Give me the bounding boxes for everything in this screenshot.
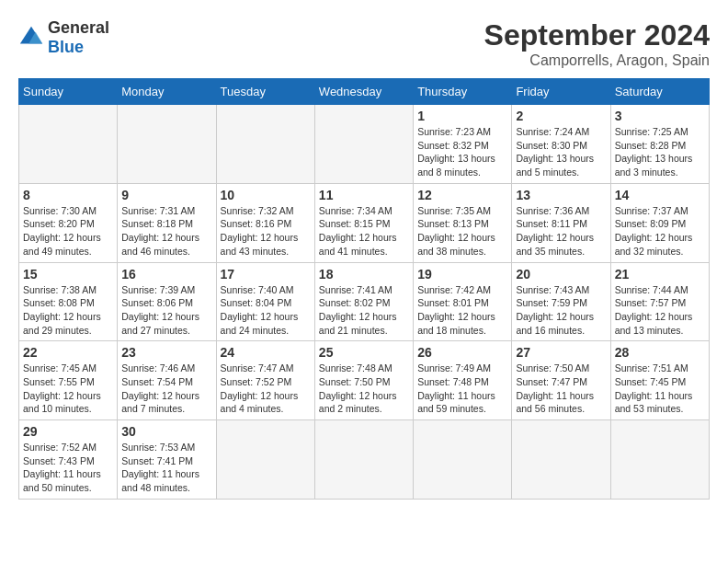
day-number: 11 <box>319 188 409 202</box>
calendar-cell <box>216 420 314 500</box>
calendar-cell: 29 Sunrise: 7:52 AMSunset: 7:43 PMDaylig… <box>19 420 118 500</box>
day-info: Sunrise: 7:48 AMSunset: 7:50 PMDaylight:… <box>319 362 397 414</box>
day-info: Sunrise: 7:50 AMSunset: 7:47 PMDaylight:… <box>516 362 594 414</box>
day-info: Sunrise: 7:30 AMSunset: 8:20 PMDaylight:… <box>23 205 101 257</box>
day-info: Sunrise: 7:25 AMSunset: 8:28 PMDaylight:… <box>615 126 693 178</box>
day-info: Sunrise: 7:52 AMSunset: 7:43 PMDaylight:… <box>23 442 101 493</box>
day-number: 16 <box>121 267 211 282</box>
day-number: 28 <box>615 345 705 360</box>
calendar-day-header: Sunday <box>19 79 118 105</box>
day-info: Sunrise: 7:49 AMSunset: 7:48 PMDaylight:… <box>417 362 495 414</box>
calendar-cell: 15 Sunrise: 7:38 AMSunset: 8:08 PMDaylig… <box>19 262 118 341</box>
location-subtitle: Camporrells, Aragon, Spain <box>484 52 710 69</box>
calendar-cell: 24 Sunrise: 7:47 AMSunset: 7:52 PMDaylig… <box>216 341 314 420</box>
day-number: 26 <box>417 345 507 360</box>
day-info: Sunrise: 7:53 AMSunset: 7:41 PMDaylight:… <box>121 442 199 493</box>
day-info: Sunrise: 7:39 AMSunset: 8:06 PMDaylight:… <box>121 284 199 336</box>
calendar-cell: 9 Sunrise: 7:31 AMSunset: 8:18 PMDayligh… <box>118 183 216 262</box>
calendar-cell <box>414 420 512 500</box>
calendar-cell: 10 Sunrise: 7:32 AMSunset: 8:16 PMDaylig… <box>216 183 314 262</box>
day-number: 17 <box>221 267 311 282</box>
day-number: 29 <box>23 424 113 439</box>
day-info: Sunrise: 7:46 AMSunset: 7:54 PMDaylight:… <box>121 362 199 414</box>
day-info: Sunrise: 7:23 AMSunset: 8:32 PMDaylight:… <box>417 126 495 178</box>
calendar-header-row: SundayMondayTuesdayWednesdayThursdayFrid… <box>19 79 710 105</box>
day-info: Sunrise: 7:40 AMSunset: 8:04 PMDaylight:… <box>221 284 299 336</box>
calendar-cell <box>314 420 413 500</box>
calendar-cell: 19 Sunrise: 7:42 AMSunset: 8:01 PMDaylig… <box>414 262 512 341</box>
calendar-day-header: Tuesday <box>216 79 314 105</box>
day-info: Sunrise: 7:41 AMSunset: 8:02 PMDaylight:… <box>319 284 397 336</box>
day-number: 20 <box>516 267 606 282</box>
calendar-cell <box>512 420 610 500</box>
day-number: 24 <box>221 345 311 360</box>
calendar-cell: 13 Sunrise: 7:36 AMSunset: 8:11 PMDaylig… <box>512 183 610 262</box>
day-info: Sunrise: 7:34 AMSunset: 8:15 PMDaylight:… <box>319 205 397 257</box>
calendar-cell: 1 Sunrise: 7:23 AMSunset: 8:32 PMDayligh… <box>414 105 512 184</box>
day-number: 9 <box>121 188 211 202</box>
day-number: 25 <box>319 345 409 360</box>
calendar-cell: 26 Sunrise: 7:49 AMSunset: 7:48 PMDaylig… <box>414 341 512 420</box>
calendar-cell <box>118 105 216 184</box>
calendar-week-row: 1 Sunrise: 7:23 AMSunset: 8:32 PMDayligh… <box>19 105 710 184</box>
day-number: 2 <box>516 109 606 123</box>
day-number: 13 <box>516 188 606 202</box>
calendar-week-row: 22 Sunrise: 7:45 AMSunset: 7:55 PMDaylig… <box>19 341 710 420</box>
day-info: Sunrise: 7:47 AMSunset: 7:52 PMDaylight:… <box>221 362 299 414</box>
day-info: Sunrise: 7:37 AMSunset: 8:09 PMDaylight:… <box>615 205 693 257</box>
calendar-cell <box>216 105 314 184</box>
calendar-day-header: Friday <box>512 79 610 105</box>
calendar-week-row: 15 Sunrise: 7:38 AMSunset: 8:08 PMDaylig… <box>19 262 710 341</box>
day-number: 3 <box>615 109 705 123</box>
day-number: 21 <box>615 267 705 282</box>
calendar-cell: 18 Sunrise: 7:41 AMSunset: 8:02 PMDaylig… <box>314 262 413 341</box>
logo-text-blue: Blue <box>48 38 84 56</box>
calendar-cell: 11 Sunrise: 7:34 AMSunset: 8:15 PMDaylig… <box>314 183 413 262</box>
calendar-cell: 22 Sunrise: 7:45 AMSunset: 7:55 PMDaylig… <box>19 341 118 420</box>
logo: General Blue <box>18 18 109 57</box>
calendar-cell: 21 Sunrise: 7:44 AMSunset: 7:57 PMDaylig… <box>610 262 709 341</box>
day-number: 22 <box>23 345 113 360</box>
day-number: 15 <box>23 267 113 282</box>
day-info: Sunrise: 7:42 AMSunset: 8:01 PMDaylight:… <box>417 284 495 336</box>
day-info: Sunrise: 7:31 AMSunset: 8:18 PMDaylight:… <box>121 205 199 257</box>
calendar-day-header: Monday <box>118 79 216 105</box>
calendar-cell: 3 Sunrise: 7:25 AMSunset: 8:28 PMDayligh… <box>610 105 709 184</box>
day-number: 8 <box>23 188 113 202</box>
calendar-cell <box>610 420 709 500</box>
logo-icon <box>18 25 44 51</box>
day-info: Sunrise: 7:45 AMSunset: 7:55 PMDaylight:… <box>23 362 101 414</box>
day-number: 19 <box>417 267 507 282</box>
calendar-cell: 30 Sunrise: 7:53 AMSunset: 7:41 PMDaylig… <box>118 420 216 500</box>
calendar-cell: 27 Sunrise: 7:50 AMSunset: 7:47 PMDaylig… <box>512 341 610 420</box>
calendar-cell: 20 Sunrise: 7:43 AMSunset: 7:59 PMDaylig… <box>512 262 610 341</box>
month-year-title: September 2024 <box>484 18 710 52</box>
day-info: Sunrise: 7:44 AMSunset: 7:57 PMDaylight:… <box>615 284 693 336</box>
calendar-cell: 23 Sunrise: 7:46 AMSunset: 7:54 PMDaylig… <box>118 341 216 420</box>
day-number: 10 <box>221 188 311 202</box>
calendar-cell: 17 Sunrise: 7:40 AMSunset: 8:04 PMDaylig… <box>216 262 314 341</box>
calendar-day-header: Saturday <box>610 79 709 105</box>
calendar-cell: 14 Sunrise: 7:37 AMSunset: 8:09 PMDaylig… <box>610 183 709 262</box>
calendar-day-header: Thursday <box>414 79 512 105</box>
page-header: General Blue September 2024 Camporrells,… <box>18 18 710 69</box>
calendar-cell: 25 Sunrise: 7:48 AMSunset: 7:50 PMDaylig… <box>314 341 413 420</box>
day-number: 23 <box>121 345 211 360</box>
day-info: Sunrise: 7:32 AMSunset: 8:16 PMDaylight:… <box>221 205 299 257</box>
title-area: September 2024 Camporrells, Aragon, Spai… <box>484 18 710 69</box>
calendar-week-row: 8 Sunrise: 7:30 AMSunset: 8:20 PMDayligh… <box>19 183 710 262</box>
calendar-cell: 12 Sunrise: 7:35 AMSunset: 8:13 PMDaylig… <box>414 183 512 262</box>
day-number: 27 <box>516 345 606 360</box>
logo-text-general: General <box>48 18 109 37</box>
calendar-day-header: Wednesday <box>314 79 413 105</box>
day-info: Sunrise: 7:35 AMSunset: 8:13 PMDaylight:… <box>417 205 495 257</box>
calendar-table: SundayMondayTuesdayWednesdayThursdayFrid… <box>18 78 710 500</box>
day-number: 12 <box>417 188 507 202</box>
calendar-cell: 8 Sunrise: 7:30 AMSunset: 8:20 PMDayligh… <box>19 183 118 262</box>
day-info: Sunrise: 7:36 AMSunset: 8:11 PMDaylight:… <box>516 205 594 257</box>
day-info: Sunrise: 7:38 AMSunset: 8:08 PMDaylight:… <box>23 284 101 336</box>
day-number: 30 <box>121 424 211 439</box>
day-number: 1 <box>417 109 507 123</box>
calendar-cell <box>314 105 413 184</box>
day-info: Sunrise: 7:51 AMSunset: 7:45 PMDaylight:… <box>615 362 693 414</box>
